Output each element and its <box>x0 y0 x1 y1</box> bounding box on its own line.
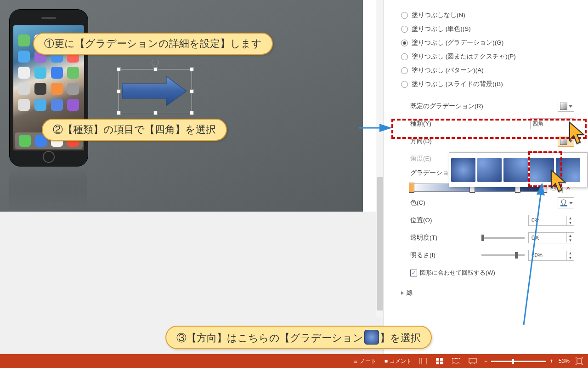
gradient-type-row: 種類(Y) 四角 <box>410 115 574 132</box>
zoom-in-button[interactable]: + <box>550 358 553 364</box>
slide-sorter-button[interactable] <box>435 357 444 365</box>
fill-pattern-label: 塗りつぶし (パターン)(A) <box>412 66 484 75</box>
gradient-direction-button[interactable] <box>558 136 574 147</box>
app-icon <box>67 67 79 79</box>
resize-handle[interactable] <box>190 89 194 93</box>
direction-option-4[interactable] <box>530 158 554 182</box>
direction-popup <box>449 152 588 187</box>
app-icon <box>51 67 63 79</box>
app-icon <box>18 83 30 95</box>
resize-handle[interactable] <box>153 111 158 115</box>
line-section-header[interactable]: 線 <box>401 289 582 297</box>
svg-rect-8 <box>440 362 443 364</box>
gradient-position-spinner[interactable]: 0%▲▼ <box>528 215 574 226</box>
dock-app-icon <box>19 135 31 147</box>
gradient-brightness-label: 明るさ(I) <box>410 251 435 259</box>
phone-reflection <box>9 168 87 209</box>
gradient-color-label: 色(C) <box>410 199 425 207</box>
fill-pattern-radio[interactable]: 塗りつぶし (パターン)(A) <box>401 63 582 77</box>
preset-gradient-label: 既定のグラデーション(R) <box>410 102 483 110</box>
fill-slidebg-label: 塗りつぶし (スライドの背景)(B) <box>412 80 503 88</box>
gradient-type-label: 種類(Y) <box>410 120 431 128</box>
fill-picture-radio[interactable]: 塗りつぶし (図またはテクスチャ)(P) <box>401 50 582 63</box>
direction-option-5[interactable] <box>556 158 580 182</box>
gradient-transparency-row: 透明度(T) 0%▲▼ <box>410 229 574 247</box>
gradient-color-button[interactable] <box>558 197 574 208</box>
resize-handle[interactable] <box>117 89 121 93</box>
zoom-value[interactable]: 53% <box>559 358 570 364</box>
brightness-spinner[interactable]: 60%▲▼ <box>528 250 574 261</box>
app-icon <box>67 83 79 95</box>
app-icon <box>67 99 79 111</box>
app-icon <box>34 67 46 79</box>
svg-rect-6 <box>440 358 443 361</box>
slideshow-button[interactable] <box>469 357 477 365</box>
gradient-angle-label: 角度(E) <box>410 155 431 163</box>
fill-slidebg-radio[interactable]: 塗りつぶし (スライドの背景)(B) <box>401 77 582 91</box>
resize-handle[interactable] <box>153 67 158 71</box>
fill-solid-label: 塗りつぶし (単色)(S) <box>412 25 471 33</box>
zoom-out-button[interactable]: − <box>484 358 487 364</box>
svg-rect-0 <box>560 205 567 207</box>
gradient-brightness-row: 明るさ(I) 60%▲▼ <box>410 247 574 264</box>
app-icon <box>18 51 30 63</box>
fill-none-label: 塗りつぶしなし(N) <box>412 11 465 19</box>
preset-gradient-button[interactable] <box>558 101 574 112</box>
normal-view-button[interactable] <box>419 357 427 365</box>
rotate-handle[interactable] <box>152 59 159 66</box>
callout-2: ②【種類】の項目で【四角】を選択 <box>42 119 227 141</box>
gradient-transparency-label: 透明度(T) <box>410 234 437 242</box>
transparency-slider[interactable] <box>481 237 525 239</box>
gradient-stop[interactable] <box>409 183 414 193</box>
notes-button[interactable]: ≣ ノート <box>353 357 376 365</box>
rotate-with-shape-checkbox[interactable]: ✓図形に合わせて回転する(W) <box>410 269 582 277</box>
gradient-position-row: 位置(O) 0%▲▼ <box>410 212 574 229</box>
resize-handle[interactable] <box>190 111 194 115</box>
svg-rect-5 <box>436 358 439 361</box>
callout-1: ①更に【グラデーションの詳細を設定】します <box>33 33 273 55</box>
app-icon <box>18 99 30 111</box>
gradient-direction-row: 方向(D) <box>410 132 574 150</box>
resize-handle[interactable] <box>117 67 121 71</box>
comments-button[interactable]: ■ コメント <box>384 357 412 365</box>
svg-rect-9 <box>469 358 476 363</box>
reading-view-button[interactable] <box>452 357 460 365</box>
fit-to-window-button[interactable] <box>575 357 583 365</box>
svg-rect-3 <box>419 358 427 364</box>
direction-option-2[interactable] <box>477 158 502 182</box>
svg-rect-7 <box>436 362 439 364</box>
zoom-slider[interactable] <box>491 361 546 362</box>
gradient-color-row: 色(C) <box>410 194 574 212</box>
resize-handle[interactable] <box>117 111 121 115</box>
selected-arrow-shape[interactable] <box>119 69 192 113</box>
gradient-sample-icon <box>364 330 379 345</box>
svg-rect-12 <box>577 359 582 363</box>
gradient-position-label: 位置(O) <box>410 216 432 224</box>
preset-gradient-row: 既定のグラデーション(R) <box>410 98 574 115</box>
app-icon <box>18 34 30 46</box>
gradient-type-combo[interactable]: 四角 <box>530 118 574 129</box>
callout-3: ③【方向】はこちらの【グラデーション】を選択 <box>165 326 432 349</box>
direction-option-1[interactable] <box>451 158 475 182</box>
fill-none-radio[interactable]: 塗りつぶしなし(N) <box>401 8 582 22</box>
gradient-direction-label: 方向(D) <box>410 137 432 145</box>
fill-solid-radio[interactable]: 塗りつぶし (単色)(S) <box>401 22 582 36</box>
app-icon <box>51 99 63 111</box>
brightness-slider[interactable] <box>481 254 525 256</box>
fill-gradient-radio[interactable]: 塗りつぶし (グラデーション)(G) <box>401 36 582 50</box>
app-icon <box>34 83 46 95</box>
resize-handle[interactable] <box>190 67 194 71</box>
app-icon <box>34 99 46 111</box>
app-icon <box>51 83 63 95</box>
transparency-spinner[interactable]: 0%▲▼ <box>528 232 574 243</box>
app-icon <box>18 67 30 79</box>
status-bar: ≣ ノート ■ コメント − + 53% <box>0 354 588 368</box>
fill-picture-label: 塗りつぶし (図またはテクスチャ)(P) <box>412 52 516 61</box>
fill-gradient-label: 塗りつぶし (グラデーション)(G) <box>412 39 503 47</box>
direction-option-3[interactable] <box>503 158 528 182</box>
